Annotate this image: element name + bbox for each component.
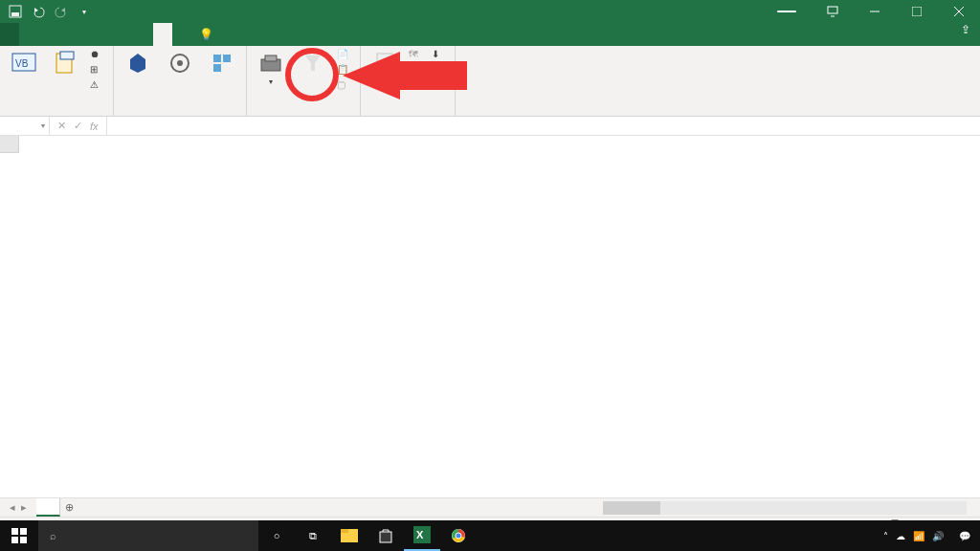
properties-button[interactable]: 📄 — [337, 48, 354, 61]
task-view-icon[interactable]: ⧉ — [295, 520, 331, 551]
tray-expand-icon[interactable]: ˄ — [883, 531, 888, 541]
svg-rect-19 — [11, 528, 18, 535]
visual-basic-button[interactable]: VB — [6, 48, 42, 78]
tell-me-search[interactable]: 💡 — [199, 23, 219, 46]
svg-rect-25 — [380, 532, 391, 542]
map-icon: 🗺 — [409, 48, 422, 61]
svg-rect-17 — [265, 55, 277, 61]
design-mode-icon — [298, 48, 328, 78]
tab-review[interactable] — [115, 23, 134, 46]
excel-addins-button[interactable] — [162, 48, 198, 78]
addins-icon — [122, 48, 153, 78]
svg-rect-22 — [20, 537, 27, 543]
tab-view[interactable] — [134, 23, 153, 46]
tab-page-layout[interactable] — [57, 23, 77, 46]
macro-security-button[interactable]: ⚠ — [90, 78, 107, 92]
chrome-app-icon[interactable] — [440, 520, 477, 551]
group-label-code — [6, 114, 107, 116]
import-icon: ⬇ — [432, 48, 445, 61]
dropdown-icon: ▾ — [269, 78, 273, 87]
notifications-icon[interactable]: 💬 — [959, 531, 970, 541]
share-button[interactable]: ⇪ — [961, 23, 974, 36]
xml-source-button[interactable] — [367, 48, 403, 78]
ribbon-group-code: VB ⏺ ⊞ ⚠ — [0, 46, 114, 116]
com-addins-icon — [207, 48, 237, 78]
visual-basic-icon: VB — [9, 48, 39, 78]
tab-data[interactable] — [96, 23, 115, 46]
undo-icon[interactable] — [29, 2, 48, 21]
map-properties-button[interactable]: 🗺 — [409, 48, 426, 61]
start-button[interactable] — [0, 520, 38, 551]
add-sheet-button[interactable]: ⊕ — [60, 501, 78, 514]
close-icon[interactable] — [938, 0, 980, 23]
svg-rect-14 — [223, 55, 231, 62]
tab-developer[interactable] — [153, 23, 172, 46]
spreadsheet-grid[interactable] — [0, 136, 980, 497]
svg-rect-2 — [828, 7, 837, 13]
redo-icon[interactable] — [52, 2, 71, 21]
ribbon-options-icon[interactable] — [812, 0, 854, 23]
excel-addins-icon — [165, 48, 195, 78]
sheet-next-icon[interactable]: ▸ — [21, 501, 27, 514]
share-icon: ⇪ — [961, 23, 970, 36]
insert-controls-button[interactable]: ▾ — [253, 48, 289, 87]
fx-icon[interactable]: fx — [90, 121, 99, 132]
minimize-icon[interactable] — [854, 0, 896, 23]
svg-text:VB: VB — [15, 58, 29, 69]
tab-home[interactable] — [19, 23, 38, 46]
record-macro-button[interactable]: ⏺ — [90, 48, 107, 61]
design-mode-button[interactable] — [295, 48, 331, 78]
svg-rect-4 — [912, 7, 922, 16]
name-box[interactable]: ▾ — [0, 117, 50, 135]
tab-formulas[interactable] — [77, 23, 96, 46]
file-explorer-icon[interactable] — [331, 520, 368, 551]
volume-icon[interactable]: 🔊 — [932, 531, 944, 541]
column-headers — [19, 136, 980, 153]
cortana-icon[interactable]: ○ — [258, 520, 295, 551]
sheet-tab-sheet1[interactable] — [36, 498, 60, 517]
xml-import-button[interactable]: ⬇ — [432, 48, 449, 61]
cancel-icon[interactable]: ✕ — [57, 120, 66, 132]
svg-rect-18 — [377, 54, 392, 73]
tab-help[interactable] — [172, 23, 191, 46]
export-icon: ⬆ — [432, 63, 445, 77]
formula-input[interactable] — [107, 117, 980, 135]
svg-rect-13 — [213, 55, 221, 62]
addins-button[interactable] — [120, 48, 156, 78]
macros-icon — [51, 48, 81, 78]
expansion-packs-button[interactable]: 📦 — [409, 63, 426, 77]
select-all-corner[interactable] — [0, 136, 19, 153]
save-icon[interactable] — [6, 2, 25, 21]
cells[interactable] — [19, 153, 980, 497]
view-code-button[interactable]: 📋 — [337, 63, 354, 77]
svg-rect-21 — [11, 537, 18, 543]
refresh-data-button[interactable]: ↻ — [409, 78, 426, 92]
excel-app-icon[interactable]: X — [404, 520, 440, 551]
source-icon — [369, 48, 400, 78]
record-icon: ⏺ — [90, 48, 103, 61]
titlebar: ▾ — [0, 0, 980, 23]
lightbulb-icon: 💡 — [199, 28, 213, 41]
macros-button[interactable] — [48, 48, 84, 78]
taskbar-search[interactable]: ⌕ — [38, 520, 258, 551]
properties-icon: 📄 — [337, 48, 350, 61]
group-label-addins — [120, 114, 240, 116]
qat-dropdown-icon[interactable]: ▾ — [75, 2, 94, 21]
run-dialog-button[interactable]: ▢ — [337, 78, 354, 92]
wifi-icon[interactable]: 📶 — [913, 531, 924, 541]
tab-insert[interactable] — [38, 23, 57, 46]
sign-in-button[interactable] — [777, 11, 796, 12]
relative-refs-button[interactable]: ⊞ — [90, 63, 107, 77]
xml-export-button[interactable]: ⬆ — [432, 63, 449, 77]
ribbon-tabs: 💡 ⇪ — [0, 23, 980, 46]
enter-icon[interactable]: ✓ — [74, 120, 82, 132]
onedrive-icon[interactable]: ☁ — [896, 531, 905, 541]
maximize-icon[interactable] — [896, 0, 938, 23]
horizontal-scrollbar[interactable] — [603, 501, 967, 515]
scrollbar-thumb[interactable] — [603, 501, 660, 515]
microsoft-store-icon[interactable] — [368, 520, 404, 551]
com-addins-button[interactable] — [204, 48, 240, 78]
sheet-prev-icon[interactable]: ◂ — [10, 501, 15, 514]
chevron-down-icon: ▾ — [41, 121, 45, 130]
tab-file[interactable] — [0, 23, 19, 46]
